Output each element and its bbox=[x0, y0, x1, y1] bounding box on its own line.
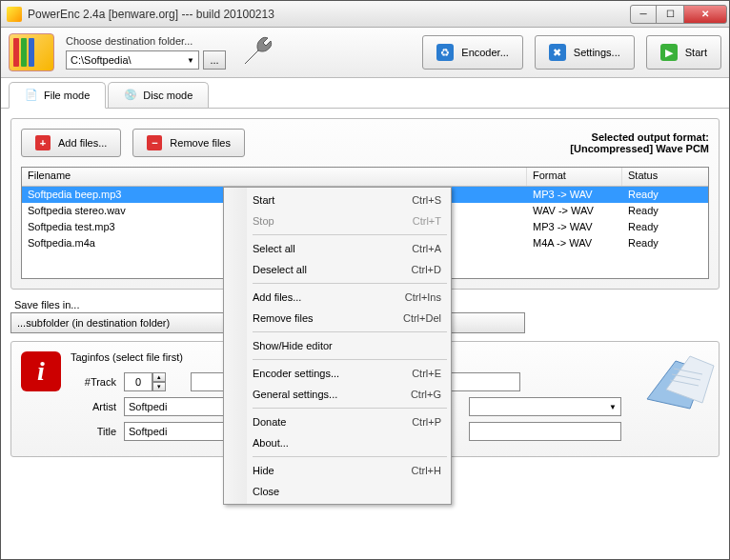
track-spinner[interactable]: ▴ ▾ bbox=[124, 372, 166, 391]
add-files-button[interactable]: + Add files... bbox=[21, 129, 121, 157]
save-value: ...subfolder (in destination folder) bbox=[17, 317, 170, 329]
spin-up[interactable]: ▴ bbox=[152, 372, 166, 382]
tab-disc-mode[interactable]: 💿 Disc mode bbox=[108, 82, 209, 108]
tab-file-mode[interactable]: 📄 File mode bbox=[9, 82, 106, 109]
destination-group: Choose destination folder... C:\Softpedi… bbox=[66, 35, 226, 70]
menu-item[interactable]: Encoder settings...Ctrl+E bbox=[226, 363, 449, 384]
chevron-down-icon: ▼ bbox=[187, 56, 194, 65]
toolbar: Choose destination folder... C:\Softpedi… bbox=[1, 28, 729, 78]
menu-item[interactable]: DonateCtrl+P bbox=[226, 411, 449, 432]
menu-separator bbox=[253, 408, 447, 409]
wrench-icon bbox=[237, 33, 279, 71]
cell-status: Ready bbox=[622, 203, 708, 219]
track-label: #Track bbox=[71, 376, 118, 388]
col-filename[interactable]: Filename bbox=[22, 168, 527, 186]
extra-field-5[interactable] bbox=[469, 422, 621, 441]
cell-status: Ready bbox=[622, 187, 708, 203]
cell-status: Ready bbox=[622, 235, 708, 251]
menu-item-shortcut: Ctrl+D bbox=[412, 264, 441, 275]
menu-separator bbox=[253, 456, 447, 457]
context-menu[interactable]: StartCtrl+SStopCtrl+TSelect allCtrl+ADes… bbox=[223, 187, 452, 505]
extra-combo[interactable]: ▼ bbox=[469, 397, 621, 416]
tab-file-label: File mode bbox=[44, 90, 90, 101]
menu-item: StopCtrl+T bbox=[226, 210, 449, 231]
track-input[interactable] bbox=[124, 372, 152, 391]
cell-format: M4A -> WAV bbox=[527, 235, 622, 251]
col-status[interactable]: Status bbox=[622, 168, 708, 186]
menu-item-label: Select all bbox=[253, 243, 295, 254]
menu-item[interactable]: Show/Hide editor bbox=[226, 335, 449, 356]
menu-item[interactable]: About... bbox=[226, 432, 449, 453]
encoder-button[interactable]: ♻ Encoder... bbox=[422, 35, 523, 70]
menu-item[interactable]: StartCtrl+S bbox=[226, 190, 449, 210]
app-icon bbox=[7, 7, 22, 22]
menu-item-label: About... bbox=[253, 437, 289, 449]
menu-item-shortcut: Ctrl+S bbox=[412, 194, 441, 206]
minimize-button[interactable]: ─ bbox=[630, 5, 657, 24]
close-button[interactable]: ✕ bbox=[683, 5, 727, 24]
cell-status: Ready bbox=[622, 219, 708, 235]
output-line1: Selected output format: bbox=[570, 131, 709, 143]
encoder-label: Encoder... bbox=[461, 47, 509, 58]
spin-down[interactable]: ▾ bbox=[152, 382, 166, 391]
menu-item-label: Encoder settings... bbox=[253, 368, 339, 379]
artist-label: Artist bbox=[71, 401, 118, 412]
cell-format: MP3 -> WAV bbox=[527, 219, 622, 235]
menu-item-label: Stop bbox=[253, 215, 274, 227]
add-files-label: Add files... bbox=[58, 137, 107, 149]
chevron-down-icon: ▼ bbox=[609, 403, 617, 411]
documents-icon bbox=[638, 342, 718, 416]
title-label: Title bbox=[71, 426, 118, 437]
menu-item-label: Hide bbox=[253, 465, 274, 476]
remove-files-label: Remove files bbox=[170, 137, 231, 149]
menu-separator bbox=[253, 359, 447, 360]
tab-bar: 📄 File mode 💿 Disc mode bbox=[1, 78, 729, 109]
browse-button[interactable]: ... bbox=[203, 50, 226, 70]
destination-value: C:\Softpedia\ bbox=[71, 54, 132, 66]
folder-icon bbox=[9, 33, 54, 71]
destination-label: Choose destination folder... bbox=[66, 35, 226, 47]
tab-disc-label: Disc mode bbox=[143, 90, 193, 101]
menu-item-label: Add files... bbox=[253, 291, 301, 303]
cell-format: MP3 -> WAV bbox=[527, 187, 622, 203]
menu-item[interactable]: Remove filesCtrl+Del bbox=[226, 308, 449, 329]
menu-separator bbox=[253, 331, 447, 332]
menu-item-shortcut: Ctrl+Del bbox=[403, 312, 441, 324]
menu-item-label: Deselect all bbox=[253, 264, 307, 275]
list-header: Filename Format Status bbox=[22, 168, 708, 187]
settings-button[interactable]: ✖ Settings... bbox=[535, 35, 635, 70]
window-buttons: ─ ☐ ✕ bbox=[631, 5, 727, 24]
menu-item[interactable]: Close bbox=[226, 481, 449, 502]
recycle-icon: ♻ bbox=[436, 44, 454, 61]
menu-item-shortcut: Ctrl+P bbox=[412, 416, 441, 428]
menu-item[interactable]: Deselect allCtrl+D bbox=[226, 259, 449, 280]
titlebar[interactable]: PowerEnc 2.4a [benware.org] --- build 20… bbox=[1, 1, 729, 28]
menu-item-label: Remove files bbox=[253, 312, 314, 324]
menu-item-shortcut: Ctrl+T bbox=[413, 215, 441, 227]
output-format-info: Selected output format: [Uncompressed] W… bbox=[570, 131, 709, 154]
menu-item-label: General settings... bbox=[253, 389, 337, 400]
menu-item-shortcut: Ctrl+A bbox=[412, 243, 441, 254]
window-title: PowerEnc 2.4a [benware.org] --- build 20… bbox=[28, 8, 631, 21]
output-line2: [Uncompressed] Wave PCM bbox=[570, 143, 709, 154]
disc-icon: 💿 bbox=[124, 89, 137, 102]
destination-combo[interactable]: C:\Softpedia\ ▼ bbox=[66, 50, 199, 70]
plus-icon: + bbox=[35, 135, 51, 150]
cell-format: WAV -> WAV bbox=[527, 203, 622, 219]
menu-separator bbox=[253, 283, 447, 284]
menu-item-label: Donate bbox=[253, 416, 286, 428]
menu-item[interactable]: HideCtrl+H bbox=[226, 460, 449, 481]
remove-files-button[interactable]: − Remove files bbox=[132, 129, 245, 157]
menu-item[interactable]: Add files...Ctrl+Ins bbox=[226, 287, 449, 308]
maximize-button[interactable]: ☐ bbox=[656, 5, 684, 24]
start-button[interactable]: ▶ Start bbox=[646, 35, 721, 70]
menu-item[interactable]: General settings...Ctrl+G bbox=[226, 384, 449, 405]
menu-item-shortcut: Ctrl+E bbox=[412, 368, 441, 379]
col-format[interactable]: Format bbox=[527, 168, 622, 186]
settings-label: Settings... bbox=[574, 47, 620, 58]
file-icon: 📄 bbox=[25, 89, 38, 102]
play-icon: ▶ bbox=[660, 44, 678, 61]
start-label: Start bbox=[685, 47, 707, 58]
menu-item[interactable]: Select allCtrl+A bbox=[226, 238, 449, 259]
info-icon: i bbox=[21, 351, 61, 391]
